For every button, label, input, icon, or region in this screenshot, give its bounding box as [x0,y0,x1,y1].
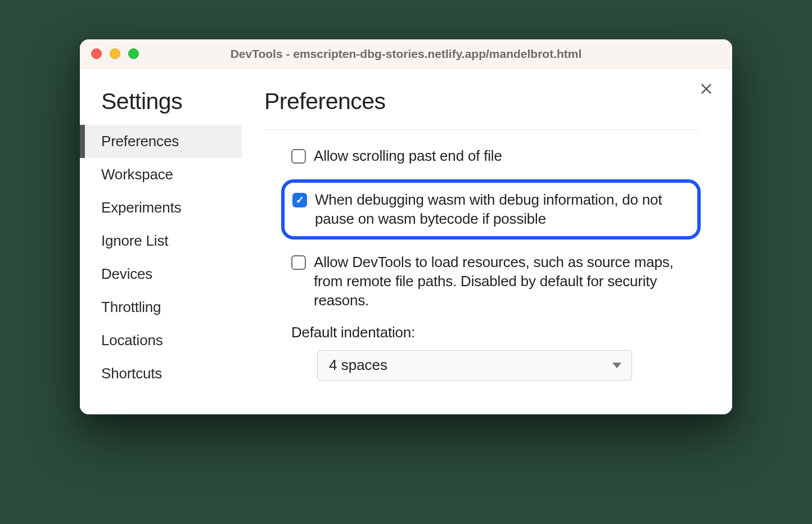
sidebar-item-preferences[interactable]: Preferences [80,125,242,158]
sidebar-item-devices[interactable]: Devices [80,258,242,291]
preferences-list: Allow scrolling past end of fileWhen deb… [264,147,698,381]
preference-label: Allow scrolling past end of file [314,147,502,166]
preference-row: When debugging wasm with debug informati… [281,179,701,240]
sidebar-item-shortcuts[interactable]: Shortcuts [80,357,242,390]
chevron-down-icon [612,363,621,368]
preference-label: When debugging wasm with debug informati… [315,191,687,229]
sidebar-title: Settings [80,88,242,125]
preference-row: Allow DevTools to load resources, such a… [291,253,698,310]
dropdown-value: 4 spaces [329,356,387,374]
window-title: DevTools - emscripten-dbg-stories.netlif… [80,47,732,61]
sidebar-item-ignore-list[interactable]: Ignore List [80,224,242,258]
sidebar-item-locations[interactable]: Locations [80,324,242,357]
preference-checkbox[interactable] [292,193,307,207]
default-indentation-select[interactable]: 4 spaces [317,350,632,381]
preference-label: Allow DevTools to load resources, such a… [314,253,698,310]
sidebar-item-experiments[interactable]: Experiments [80,191,242,224]
traffic-lights [91,48,139,59]
sidebar-nav: PreferencesWorkspaceExperimentsIgnore Li… [80,125,242,390]
preference-checkbox[interactable] [291,149,306,164]
preference-checkbox[interactable] [291,255,306,270]
preference-row: Allow scrolling past end of file [291,147,698,166]
preferences-panel: Preferences Allow scrolling past end of … [242,69,732,414]
settings-sidebar: Settings PreferencesWorkspaceExperiments… [80,69,242,414]
minimize-window-button[interactable] [110,48,120,59]
devtools-settings-window: DevTools - emscripten-dbg-stories.netlif… [80,39,732,414]
default-indentation-label: Default indentation: [291,324,698,341]
close-window-button[interactable] [91,48,102,59]
sidebar-item-workspace[interactable]: Workspace [80,158,242,191]
sidebar-item-throttling[interactable]: Throttling [80,291,242,324]
page-title: Preferences [264,88,698,130]
titlebar[interactable]: DevTools - emscripten-dbg-stories.netlif… [80,39,732,69]
settings-body: Settings PreferencesWorkspaceExperiments… [80,69,732,414]
close-icon[interactable] [698,81,715,98]
fullscreen-window-button[interactable] [128,48,139,59]
